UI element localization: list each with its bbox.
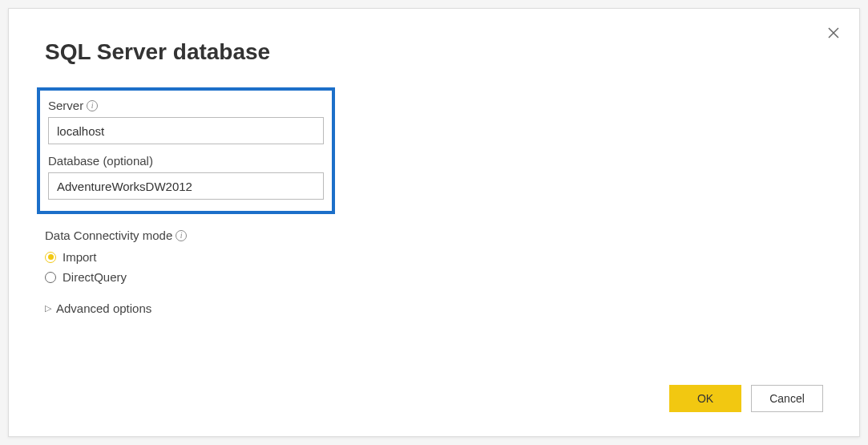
- radio-selected-dot: [48, 254, 54, 260]
- server-input[interactable]: [48, 117, 324, 144]
- advanced-options-label: Advanced options: [56, 301, 151, 315]
- sql-server-dialog: SQL Server database Server i Database (o…: [8, 8, 860, 437]
- database-label: Database (optional): [48, 154, 324, 168]
- connectivity-label-text: Data Connectivity mode: [45, 229, 172, 242]
- database-field-group: Database (optional): [48, 154, 324, 200]
- ok-button[interactable]: OK: [669, 385, 741, 412]
- radio-directquery[interactable]: DirectQuery: [45, 270, 823, 284]
- radio-import[interactable]: Import: [45, 250, 823, 264]
- server-label-text: Server: [48, 99, 83, 112]
- info-icon[interactable]: i: [87, 100, 98, 111]
- radio-button-icon: [45, 272, 56, 283]
- dialog-button-row: OK Cancel: [669, 385, 823, 412]
- radio-import-label: Import: [63, 250, 97, 264]
- close-icon: [827, 26, 840, 39]
- database-input[interactable]: [48, 172, 324, 200]
- close-button[interactable]: [824, 23, 843, 42]
- highlighted-fields: Server i Database (optional): [37, 87, 335, 214]
- connectivity-label: Data Connectivity mode i: [45, 229, 823, 242]
- advanced-options-expander[interactable]: ▷ Advanced options: [45, 301, 823, 315]
- chevron-right-icon: ▷: [45, 303, 51, 314]
- info-icon[interactable]: i: [176, 230, 187, 241]
- server-field-group: Server i: [48, 99, 324, 144]
- radio-directquery-label: DirectQuery: [63, 270, 127, 284]
- cancel-button[interactable]: Cancel: [751, 385, 823, 412]
- server-label: Server i: [48, 99, 324, 112]
- database-label-text: Database (optional): [48, 154, 153, 168]
- dialog-title: SQL Server database: [45, 39, 823, 65]
- radio-button-icon: [45, 252, 56, 263]
- connectivity-radio-group: Import DirectQuery: [45, 250, 823, 284]
